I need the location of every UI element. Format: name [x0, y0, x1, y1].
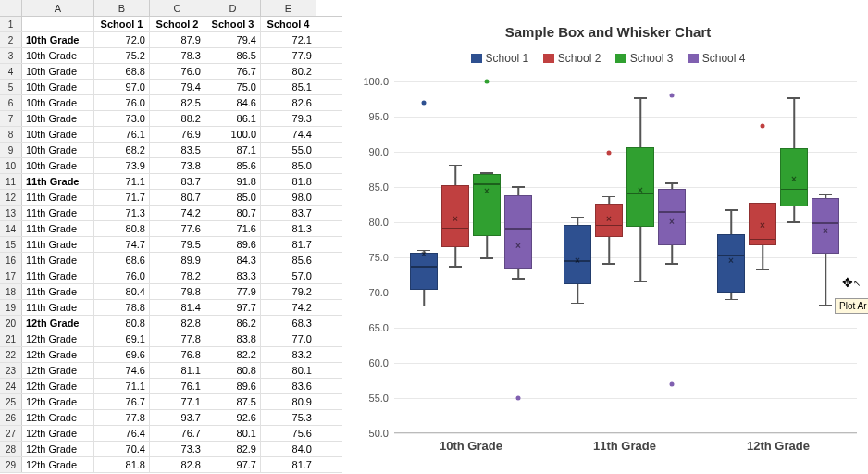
box-plot-box[interactable]: × — [564, 225, 591, 284]
col-header[interactable]: A — [22, 0, 94, 16]
cell[interactable]: 86.2 — [205, 316, 261, 331]
table-row[interactable]: 410th Grade68.876.076.780.2 — [0, 64, 342, 80]
table-row[interactable]: 210th Grade72.087.979.472.1 — [0, 32, 342, 48]
cell[interactable]: 78.8 — [94, 300, 150, 315]
cell[interactable]: 83.7 — [150, 174, 205, 189]
cell[interactable]: 76.8 — [150, 347, 205, 362]
table-row[interactable]: 1611th Grade68.689.984.385.6 — [0, 253, 342, 268]
cell[interactable]: 80.8 — [94, 316, 150, 331]
cell[interactable]: 72.0 — [94, 32, 150, 47]
cell[interactable]: 80.8 — [94, 221, 150, 236]
row-header[interactable]: 1 — [0, 17, 22, 31]
cell[interactable]: 74.6 — [94, 363, 150, 378]
cell[interactable]: 78.3 — [150, 48, 205, 63]
cell[interactable]: 83.3 — [205, 268, 261, 283]
cell[interactable]: 83.5 — [150, 143, 205, 157]
cell[interactable]: 12th Grade — [22, 410, 94, 425]
cell[interactable]: 89.9 — [150, 253, 205, 268]
cell[interactable]: 68.8 — [94, 64, 150, 79]
cell[interactable]: 57.0 — [261, 268, 316, 283]
col-header[interactable]: B — [94, 0, 150, 16]
cell[interactable]: 97.0 — [94, 80, 150, 94]
table-row[interactable]: 2212th Grade69.676.882.283.2 — [0, 347, 342, 363]
row-header[interactable]: 6 — [0, 95, 22, 110]
row-header[interactable]: 11 — [0, 174, 22, 189]
cell[interactable]: 84.0 — [261, 442, 316, 456]
table-row[interactable]: 2112th Grade69.177.883.877.0 — [0, 331, 342, 347]
cell[interactable]: 12th Grade — [22, 316, 94, 331]
cell[interactable]: 12th Grade — [22, 379, 94, 393]
cell[interactable]: 77.9 — [261, 48, 316, 63]
cell[interactable]: 83.6 — [261, 379, 316, 393]
cell[interactable]: 12th Grade — [22, 457, 94, 472]
legend-item[interactable]: School 3 — [615, 51, 674, 65]
cell[interactable]: 11th Grade — [22, 237, 94, 252]
table-row[interactable]: 2412th Grade71.176.189.683.6 — [0, 379, 342, 394]
cell[interactable]: 74.2 — [150, 206, 205, 220]
cell[interactable]: 76.1 — [150, 379, 205, 393]
table-row[interactable]: 1311th Grade71.374.280.783.7 — [0, 206, 342, 221]
cell[interactable]: 11th Grade — [22, 221, 94, 236]
cell[interactable]: 78.2 — [150, 268, 205, 283]
cell[interactable]: 11th Grade — [22, 253, 94, 268]
cell[interactable]: 86.5 — [205, 48, 261, 63]
box-plot-box[interactable]: × — [441, 185, 469, 246]
row-header[interactable]: 5 — [0, 80, 22, 94]
cell[interactable] — [22, 17, 94, 31]
cell[interactable]: 81.3 — [261, 221, 316, 236]
cell[interactable]: 82.2 — [205, 347, 261, 362]
table-row[interactable]: 2612th Grade77.893.792.675.3 — [0, 410, 342, 426]
cell[interactable]: 76.7 — [150, 426, 205, 441]
cell[interactable]: 74.7 — [94, 237, 150, 252]
cell[interactable]: 84.6 — [205, 95, 261, 110]
row-header[interactable]: 14 — [0, 221, 22, 236]
cell[interactable]: 10th Grade — [22, 143, 94, 157]
row-header[interactable]: 18 — [0, 284, 22, 299]
box-plot-box[interactable]: × — [626, 147, 654, 228]
cell[interactable]: 76.7 — [94, 394, 150, 409]
embedded-chart[interactable]: Sample Box and Whisker Chart School 1 Sc… — [348, 0, 868, 474]
cell[interactable]: School 4 — [261, 17, 316, 31]
cell[interactable]: 82.5 — [150, 95, 205, 110]
outlier-point[interactable] — [607, 150, 612, 155]
legend-item[interactable]: School 4 — [688, 51, 746, 65]
cell[interactable]: 77.9 — [205, 284, 261, 299]
table-row[interactable]: 2512th Grade76.777.187.580.9 — [0, 394, 342, 410]
row-header[interactable]: 15 — [0, 237, 22, 252]
outlier-point[interactable] — [422, 100, 427, 105]
table-row[interactable]: 1811th Grade80.479.877.979.2 — [0, 284, 342, 300]
cell[interactable]: 73.9 — [94, 158, 150, 173]
box-plot-box[interactable]: × — [812, 198, 839, 254]
cell[interactable]: 74.2 — [261, 300, 316, 315]
cell[interactable]: 82.8 — [150, 457, 205, 472]
cell[interactable]: 80.7 — [150, 190, 205, 205]
cell[interactable]: 74.4 — [261, 127, 316, 142]
cell[interactable]: 71.1 — [94, 379, 150, 393]
cell[interactable]: 80.1 — [205, 426, 261, 441]
cell[interactable]: 10th Grade — [22, 158, 94, 173]
cell[interactable]: 82.9 — [205, 442, 261, 456]
cell[interactable]: 98.0 — [261, 190, 316, 205]
row-header[interactable]: 16 — [0, 253, 22, 268]
cell[interactable]: 10th Grade — [22, 64, 94, 79]
cell[interactable]: 79.3 — [261, 111, 316, 126]
row-header[interactable]: 27 — [0, 426, 22, 441]
cell[interactable]: 79.8 — [150, 284, 205, 299]
row-header[interactable]: 17 — [0, 268, 22, 283]
cell[interactable]: 76.7 — [205, 64, 261, 79]
table-row[interactable]: 1911th Grade78.881.497.774.2 — [0, 300, 342, 316]
cell[interactable]: 75.3 — [261, 410, 316, 425]
cell[interactable]: 10th Grade — [22, 48, 94, 63]
cell[interactable]: 85.0 — [261, 158, 316, 173]
table-row[interactable]: 2812th Grade70.473.382.984.0 — [0, 442, 342, 457]
cell[interactable]: 75.6 — [261, 426, 316, 441]
cell[interactable]: 85.1 — [261, 80, 316, 94]
plot-area[interactable]: 100.095.090.085.080.075.070.065.060.055.… — [348, 81, 868, 470]
box-plot-box[interactable]: × — [749, 203, 776, 245]
cell[interactable]: 80.4 — [94, 284, 150, 299]
cell[interactable]: 88.2 — [150, 111, 205, 126]
cell[interactable]: 89.6 — [205, 379, 261, 393]
cell[interactable]: 83.8 — [205, 331, 261, 346]
cell[interactable]: 81.4 — [150, 300, 205, 315]
cell[interactable]: 77.8 — [150, 331, 205, 346]
